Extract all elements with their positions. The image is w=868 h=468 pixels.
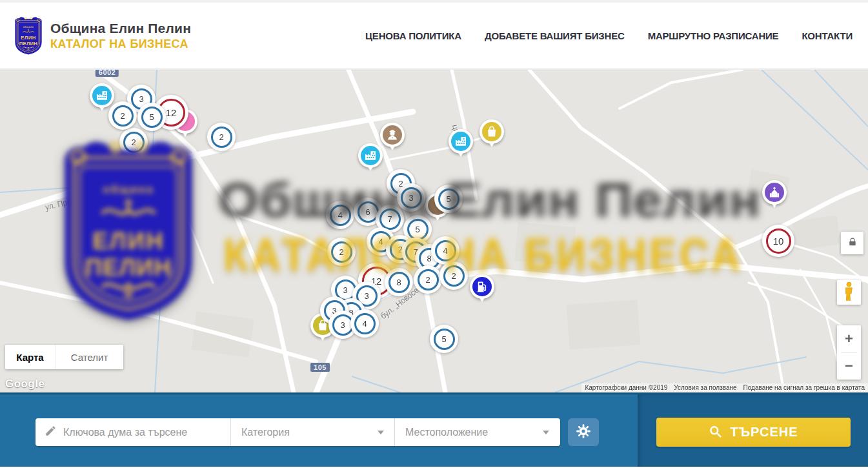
- svg-text:ПЕЛИН: ПЕЛИН: [19, 41, 37, 46]
- pin-icon: [451, 132, 470, 151]
- cluster-count: 8: [389, 272, 410, 293]
- search-input-group: Категория Местоположение: [35, 418, 560, 446]
- map-attribution: Картографски данни ©2019 Условия за полз…: [581, 383, 868, 392]
- map-pin-bag-icon[interactable]: [479, 119, 504, 144]
- pin-icon: [361, 146, 380, 165]
- pegman-button[interactable]: [837, 280, 861, 305]
- pegman-icon: [843, 281, 854, 304]
- keyword-field-wrap: [35, 418, 231, 446]
- chevron-down-icon: [543, 431, 549, 434]
- site-logo[interactable]: община ЕЛИН ПЕЛИН Община Елин Пелин КАТА…: [13, 16, 191, 55]
- main-nav: ЦЕНОВА ПОЛИТИКА ДОБАВЕТЕ ВАШИЯТ БИЗНЕС М…: [365, 30, 853, 41]
- category-placeholder: Категория: [241, 427, 290, 438]
- nav-item-contacts[interactable]: КОНТАКТИ: [802, 30, 853, 41]
- cluster-marker[interactable]: 4: [431, 236, 459, 265]
- cluster-marker[interactable]: 5: [137, 103, 166, 131]
- gear-icon: [576, 423, 591, 442]
- cluster-count: 2: [418, 269, 439, 290]
- cluster-marker[interactable]: 5: [430, 325, 458, 353]
- map-pin-factory-icon[interactable]: [90, 83, 114, 108]
- cluster-count: 10: [766, 229, 791, 254]
- google-logo[interactable]: Google: [5, 378, 45, 391]
- attribution-copyright: Картографски данни ©2019: [581, 383, 671, 392]
- cluster-marker[interactable]: 2: [119, 128, 148, 156]
- map-pin-worker-icon[interactable]: [380, 123, 405, 147]
- cluster-count: 5: [438, 188, 459, 210]
- pencil-icon: [45, 425, 57, 440]
- zoom-out-button[interactable]: −: [837, 353, 861, 380]
- zoom-control: + −: [837, 325, 861, 380]
- map-type-map-button[interactable]: Карта: [5, 345, 55, 369]
- lock-button[interactable]: [841, 232, 863, 254]
- cluster-count: 7: [379, 209, 401, 230]
- header: община ЕЛИН ПЕЛИН Община Елин Пелин КАТА…: [0, 3, 868, 70]
- cluster-marker[interactable]: 2: [327, 238, 356, 266]
- cluster-count: 5: [407, 219, 429, 240]
- svg-text:ЕЛИН: ЕЛИН: [21, 35, 35, 41]
- cluster-count: 4: [435, 240, 456, 261]
- search-icon: [709, 425, 722, 440]
- map-type-satellite-button[interactable]: Сателит: [55, 345, 123, 369]
- svg-text:община: община: [23, 26, 34, 28]
- site-title: Община Елин Пелин: [50, 21, 191, 36]
- search-submit-button[interactable]: ТЪРСЕНЕ: [656, 418, 851, 447]
- map-canvas[interactable]: 6002105ул. Преславбул. „Новоселции: [0, 70, 868, 392]
- map-pin-church-icon[interactable]: [762, 180, 787, 205]
- pin-icon: [383, 125, 402, 145]
- location-select[interactable]: Местоположение: [395, 418, 560, 446]
- cluster-count: 2: [112, 105, 134, 127]
- cluster-count: 4: [330, 205, 351, 226]
- keyword-search-input[interactable]: [63, 427, 224, 438]
- cluster-count: 3: [401, 187, 422, 209]
- pin-icon: [482, 122, 501, 141]
- category-select[interactable]: Категория: [231, 418, 395, 446]
- nav-item-route-schedule[interactable]: МАРШРУТНО РАЗПИСАНИЕ: [648, 30, 779, 41]
- map-pin-factory-icon[interactable]: [449, 129, 473, 154]
- map-pin-fuel-icon[interactable]: [470, 274, 494, 299]
- cluster-marker[interactable]: 2: [414, 265, 442, 294]
- cluster-marker[interactable]: 4: [350, 309, 379, 338]
- attribution-terms-link[interactable]: Условия за ползване: [671, 383, 740, 392]
- cluster-count: 2: [211, 127, 232, 148]
- map-pin-factory-icon[interactable]: [358, 143, 383, 168]
- search-bar: Категория Местоположение: [0, 392, 868, 467]
- search-bar-right: ТЪРСЕНЕ: [638, 394, 868, 467]
- cluster-marker[interactable]: 3: [397, 183, 425, 212]
- municipality-crest-icon: община ЕЛИН ПЕЛИН: [13, 16, 44, 55]
- map-markers: 2321252235467542278412822338334510: [0, 70, 868, 392]
- cluster-marker[interactable]: 8: [385, 268, 413, 296]
- lock-icon: [848, 238, 857, 249]
- pin-icon: [472, 277, 492, 296]
- cluster-count: 2: [123, 132, 145, 153]
- cluster-marker[interactable]: 2: [207, 123, 236, 151]
- nav-item-pricing[interactable]: ЦЕНОВА ПОЛИТИКА: [365, 30, 461, 41]
- attribution-report-link[interactable]: Подаване на сигнал за грешка в картата: [740, 383, 868, 392]
- map-type-control: Карта Сателит: [5, 345, 123, 369]
- pin-icon: [765, 183, 784, 202]
- cluster-count: 5: [434, 329, 455, 350]
- cluster-marker[interactable]: 2: [108, 101, 137, 130]
- cluster-marker[interactable]: 4: [326, 201, 354, 229]
- location-placeholder: Местоположение: [405, 427, 488, 438]
- chevron-down-icon: [378, 431, 384, 434]
- site-subtitle: КАТАЛОГ НА БИЗНЕСА: [50, 37, 191, 51]
- cluster-count: 2: [331, 241, 352, 263]
- search-button-label: ТЪРСЕНЕ: [730, 425, 798, 440]
- nav-item-add-business[interactable]: ДОБАВЕТЕ ВАШИЯТ БИЗНЕС: [485, 30, 625, 41]
- cluster-marker[interactable]: 2: [439, 261, 468, 290]
- cluster-count: 2: [443, 265, 465, 287]
- cluster-marker[interactable]: 5: [434, 185, 463, 213]
- cluster-marker[interactable]: 10: [762, 225, 794, 257]
- cluster-count: 4: [354, 313, 376, 334]
- advanced-settings-button[interactable]: [568, 418, 599, 446]
- cluster-count: 5: [141, 107, 163, 128]
- zoom-in-button[interactable]: +: [837, 325, 861, 352]
- pin-icon: [92, 86, 112, 105]
- search-bar-left: Категория Местоположение: [0, 394, 638, 467]
